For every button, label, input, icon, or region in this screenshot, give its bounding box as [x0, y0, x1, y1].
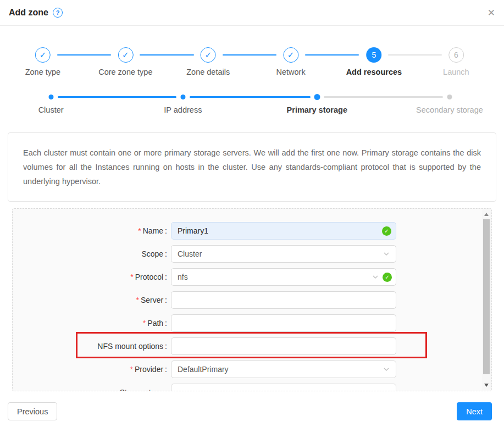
step-check-icon: ✓ [283, 47, 298, 63]
scrollbar-up-arrow-icon[interactable] [484, 213, 489, 216]
required-marker: * [130, 273, 133, 281]
scope-label: Scope: [13, 249, 167, 258]
substep-dot-ip-address [180, 95, 185, 99]
substep-label-ip-address: IP address [164, 106, 202, 114]
step-launch: 6 Launch [443, 47, 469, 76]
path-label: *Path: [13, 319, 167, 328]
resources-substepper: Cluster IP address Primary storage Secon… [0, 92, 504, 118]
required-marker: * [143, 319, 146, 328]
step-number: 6 [448, 47, 464, 63]
name-label: *Name: [13, 226, 167, 235]
form-row-nfs-mount-options: NFS mount options: [13, 337, 491, 355]
step-label: Zone type [25, 68, 61, 76]
form-row-scope: Scope: Cluster [13, 245, 491, 263]
valid-check-icon: ✓ [382, 226, 391, 236]
form-row-provider: *Provider: DefaultPrimary [13, 361, 491, 378]
valid-check-icon: ✓ [383, 273, 392, 282]
step-check-icon: ✓ [118, 47, 133, 63]
previous-button[interactable]: Previous [8, 402, 57, 420]
form-scroll-area: *Name: ✓ Scope: Cluster *Protocol: nfs [13, 209, 491, 391]
path-input[interactable] [171, 314, 396, 332]
server-label: *Server: [13, 296, 167, 304]
step-connector [223, 54, 276, 56]
dialog-footer: Previous Next [8, 402, 492, 420]
form-scrollbar[interactable] [482, 209, 491, 390]
step-number: 5 [366, 47, 381, 63]
next-button[interactable]: Next [457, 402, 492, 420]
step-zone-type: ✓ Zone type [25, 47, 61, 76]
step-label: Network [276, 68, 306, 76]
substep-label-cluster: Cluster [38, 106, 64, 114]
substep-connector [190, 96, 311, 98]
scrollbar-thumb[interactable] [483, 219, 490, 374]
storage-tags-label: Storage tags: [13, 388, 167, 391]
required-marker: * [130, 365, 133, 374]
step-network: ✓ Network [276, 47, 306, 76]
substep-connector [58, 96, 176, 98]
form-row-path: *Path: [13, 314, 491, 332]
step-label: Add resources [346, 68, 402, 76]
server-input[interactable] [171, 291, 396, 309]
provider-label: *Provider: [13, 365, 167, 374]
step-core-zone-type: ✓ Core zone type [98, 47, 152, 76]
nfs-mount-options-input[interactable] [171, 337, 396, 355]
substep-dot-secondary-storage [447, 95, 452, 99]
dialog-header: Add zone ? ✕ [0, 0, 504, 26]
close-icon[interactable]: ✕ [488, 8, 495, 18]
storage-tags-input[interactable] [171, 384, 396, 391]
substep-connector [324, 96, 443, 98]
step-zone-details: ✓ Zone details [186, 47, 230, 76]
primary-storage-description: Each cluster must contain one or more pr… [8, 132, 496, 202]
step-label: Zone details [186, 68, 230, 76]
substep-label-primary-storage: Primary storage [287, 106, 347, 114]
required-marker: * [138, 226, 141, 235]
protocol-select[interactable]: nfs [171, 268, 396, 286]
required-marker: * [136, 296, 139, 304]
scrollbar-down-arrow-icon[interactable] [484, 384, 489, 387]
page-title: Add zone [9, 8, 48, 18]
provider-select[interactable]: DefaultPrimary [171, 361, 396, 378]
scope-select[interactable]: Cluster [171, 245, 396, 263]
form-row-protocol: *Protocol: nfs ✓ [13, 268, 491, 286]
substep-label-secondary-storage: Secondary storage [416, 106, 483, 114]
help-icon[interactable]: ? [53, 8, 63, 18]
step-add-resources: 5 Add resources [346, 47, 402, 76]
step-label: Core zone type [98, 68, 152, 76]
nfs-mount-options-label: NFS mount options: [13, 342, 167, 351]
step-check-icon: ✓ [201, 47, 216, 63]
form-row-server: *Server: [13, 291, 491, 309]
primary-storage-form-panel: *Name: ✓ Scope: Cluster *Protocol: nfs [12, 208, 492, 391]
form-row-name: *Name: ✓ [13, 222, 491, 240]
step-check-icon: ✓ [35, 47, 51, 63]
form-row-storage-tags: Storage tags: [13, 384, 491, 391]
name-input[interactable] [171, 222, 396, 240]
wizard-stepper: ✓ Zone type ✓ Core zone type ✓ Zone deta… [0, 47, 504, 79]
step-label: Launch [443, 68, 469, 76]
substep-dot-primary-storage [314, 94, 320, 100]
protocol-label: *Protocol: [13, 273, 167, 281]
substep-dot-cluster [48, 95, 53, 99]
